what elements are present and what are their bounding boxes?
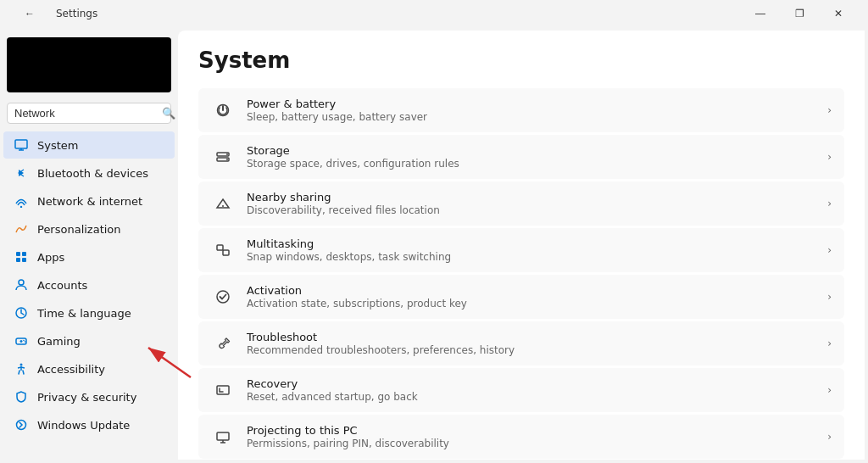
settings-item-desc: Sleep, battery usage, battery saver xyxy=(247,111,815,123)
settings-item-desc: Permissions, pairing PIN, discoverabilit… xyxy=(247,438,815,449)
title-bar: ← Settings — ❐ ✕ xyxy=(0,0,868,27)
privacy-icon xyxy=(14,389,29,404)
settings-item-desc: Discoverability, received files location xyxy=(247,204,815,216)
network-icon xyxy=(14,193,29,209)
storage-icon xyxy=(211,145,235,169)
settings-item-desc: Storage space, drives, configuration rul… xyxy=(247,158,815,170)
settings-item-title: Storage xyxy=(247,144,815,157)
search-box[interactable]: 🔍 xyxy=(7,103,171,124)
sidebar-item-label: Personalization xyxy=(37,223,121,236)
sidebar-item-network[interactable]: Network & internet xyxy=(3,187,175,215)
svg-point-13 xyxy=(23,340,25,342)
gaming-icon xyxy=(14,333,29,349)
search-input[interactable] xyxy=(14,107,157,120)
chevron-right-icon: › xyxy=(827,198,832,209)
svg-point-8 xyxy=(19,280,24,285)
title-bar-left: ← Settings xyxy=(10,0,97,27)
troubleshoot-icon xyxy=(211,332,235,355)
time-icon xyxy=(14,305,29,321)
personalization-icon xyxy=(14,221,29,237)
settings-item-desc: Activation state, subscriptions, product… xyxy=(247,298,815,310)
accessibility-icon xyxy=(14,361,29,377)
sidebar-item-gaming[interactable]: Gaming xyxy=(3,327,175,354)
chevron-right-icon: › xyxy=(827,291,832,303)
chevron-right-icon: › xyxy=(827,431,832,443)
bluetooth-icon xyxy=(14,165,29,181)
nearby-icon xyxy=(211,192,235,215)
settings-item-projecting[interactable]: Projecting to this PC Permissions, pairi… xyxy=(198,415,844,459)
svg-rect-4 xyxy=(16,252,20,256)
settings-item-title: Nearby sharing xyxy=(247,191,815,204)
sidebar-item-label: Gaming xyxy=(37,335,81,348)
profile-image xyxy=(7,37,171,92)
svg-rect-29 xyxy=(217,432,229,440)
svg-point-15 xyxy=(20,364,23,366)
sidebar-item-accounts[interactable]: Accounts xyxy=(3,271,175,298)
settings-item-storage[interactable]: Storage Storage space, drives, configura… xyxy=(198,135,844,179)
svg-rect-26 xyxy=(223,250,229,255)
svg-rect-7 xyxy=(22,258,26,262)
accounts-icon xyxy=(14,277,29,293)
svg-rect-28 xyxy=(217,386,229,394)
svg-rect-5 xyxy=(22,252,26,256)
multitasking-icon xyxy=(211,238,235,262)
sidebar-item-label: Apps xyxy=(37,251,64,264)
svg-point-23 xyxy=(226,159,228,160)
app-body: 🔍 System Bluetooth & devices Network & i… xyxy=(0,27,868,463)
settings-item-title: Projecting to this PC xyxy=(247,424,815,437)
maximize-button[interactable]: ❐ xyxy=(780,0,819,27)
settings-item-desc: Reset, advanced startup, go back xyxy=(247,391,815,403)
settings-item-multitasking[interactable]: Multitasking Snap windows, desktops, tas… xyxy=(198,228,844,272)
chevron-right-icon: › xyxy=(827,384,832,396)
sidebar-item-label: System xyxy=(37,139,78,152)
settings-item-title: Troubleshoot xyxy=(247,331,815,343)
sidebar-item-label: Privacy & security xyxy=(37,391,136,404)
sidebar-item-accessibility[interactable]: Accessibility xyxy=(3,355,175,382)
settings-item-recovery[interactable]: Recovery Reset, advanced startup, go bac… xyxy=(198,368,844,412)
settings-item-desc: Recommended troubleshooters, preferences… xyxy=(247,344,815,356)
settings-item-troubleshoot[interactable]: Troubleshoot Recommended troubleshooters… xyxy=(198,321,844,365)
recovery-icon xyxy=(211,378,235,402)
svg-rect-6 xyxy=(16,258,20,262)
app-title: Settings xyxy=(56,8,97,20)
chevron-right-icon: › xyxy=(827,104,832,116)
close-button[interactable]: ✕ xyxy=(819,0,858,27)
settings-item-title: Power & battery xyxy=(247,98,815,110)
page-title: System xyxy=(198,47,844,73)
settings-item-title: Activation xyxy=(247,284,815,297)
settings-item-title: Multitasking xyxy=(247,237,815,250)
sidebar-item-label: Accounts xyxy=(37,279,87,292)
sidebar-item-personalization[interactable]: Personalization xyxy=(3,215,175,243)
settings-item-nearby[interactable]: Nearby sharing Discoverability, received… xyxy=(198,181,844,226)
sidebar-item-time[interactable]: Time & language xyxy=(3,299,175,326)
sidebar-item-label: Bluetooth & devices xyxy=(37,167,148,180)
apps-icon xyxy=(14,249,29,265)
back-button[interactable]: ← xyxy=(10,0,49,27)
sidebar-item-label: Network & internet xyxy=(37,195,142,208)
nav-list: System Bluetooth & devices Network & int… xyxy=(0,131,178,439)
search-icon: 🔍 xyxy=(162,107,175,120)
svg-point-22 xyxy=(226,153,228,155)
settings-list: Power & battery Sleep, battery usage, ba… xyxy=(198,88,844,460)
sidebar-item-apps[interactable]: Apps xyxy=(3,243,175,271)
svg-point-14 xyxy=(25,341,26,343)
settings-item-desc: Snap windows, desktops, task switching xyxy=(247,251,815,263)
sidebar-item-update[interactable]: Windows Update xyxy=(3,411,175,438)
settings-item-activation[interactable]: Activation Activation state, subscriptio… xyxy=(198,275,844,319)
power-icon xyxy=(211,98,235,122)
system-icon xyxy=(14,137,29,153)
activation-icon xyxy=(211,285,235,309)
sidebar-item-label: Accessibility xyxy=(37,363,105,376)
projecting-icon xyxy=(211,425,235,449)
svg-point-24 xyxy=(222,205,224,207)
sidebar-item-bluetooth[interactable]: Bluetooth & devices xyxy=(3,159,175,187)
sidebar-item-privacy[interactable]: Privacy & security xyxy=(3,383,175,410)
sidebar-item-system[interactable]: System xyxy=(3,131,175,159)
settings-item-power[interactable]: Power & battery Sleep, battery usage, ba… xyxy=(198,88,844,132)
settings-item-title: Recovery xyxy=(247,377,815,390)
minimize-button[interactable]: — xyxy=(741,0,780,27)
svg-rect-25 xyxy=(217,245,223,250)
svg-point-3 xyxy=(20,206,22,208)
svg-rect-0 xyxy=(15,140,27,148)
window-controls: — ❐ ✕ xyxy=(741,0,858,27)
